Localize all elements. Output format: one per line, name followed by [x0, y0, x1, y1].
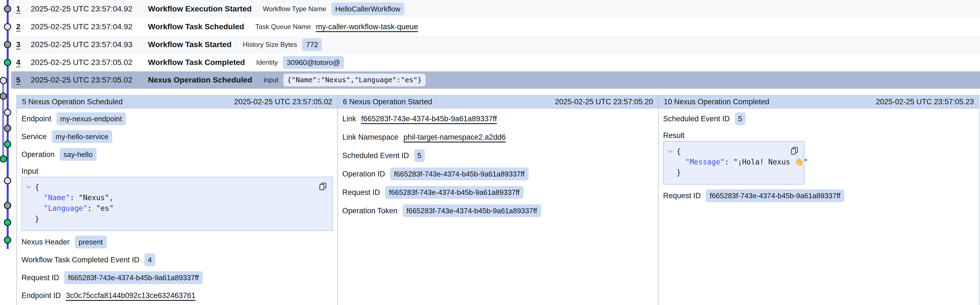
- json-text: ,: [109, 192, 114, 203]
- field-value-badge: my-hello-service: [52, 130, 112, 143]
- json-text: }: [35, 213, 39, 224]
- event-timestamp: 2025-02-25 UTC 23:57:05.02: [31, 58, 148, 67]
- field-label: Request ID: [342, 188, 380, 197]
- event-history-list: 1 2025-02-25 UTC 23:57:04.92 Workflow Ex…: [11, 0, 980, 88]
- event-detail-title: 10 Nexus Operation Completed: [663, 98, 769, 106]
- field-label: Link: [342, 115, 356, 123]
- json-key: "Name": [43, 192, 70, 203]
- timeline-event-dot-13: [4, 219, 11, 226]
- event-name: Nexus Operation Scheduled: [148, 76, 252, 84]
- event-attribute-badge: {"Name":"Nexus","Language":"es"}: [283, 74, 426, 87]
- event-detail-panel: 5 Nexus Operation Scheduled 2025-02-25 U…: [17, 95, 338, 305]
- json-key: "Message": [685, 157, 724, 167]
- field-label: Result: [663, 131, 685, 140]
- timeline-event-dot-5: [0, 77, 7, 84]
- field-value-link[interactable]: phil-target-namespace2.a2dd6: [403, 133, 506, 142]
- code-indent: [26, 213, 35, 224]
- timeline-event-dot-9: [4, 141, 11, 148]
- timeline-event-dot-6: [0, 93, 7, 100]
- json-text: {: [35, 182, 39, 192]
- event-number-link[interactable]: 2: [16, 22, 31, 31]
- field-label: Service: [22, 133, 47, 141]
- event-detail-title: 6 Nexus Operation Started: [343, 98, 432, 106]
- event-name: Workflow Execution Started: [148, 5, 251, 13]
- event-row[interactable]: 1 2025-02-25 UTC 23:57:04.92 Workflow Ex…: [11, 0, 980, 18]
- event-attribute-label: Input: [263, 76, 278, 84]
- timeline-event-dot-12: [4, 202, 11, 209]
- event-timestamp: 2025-02-25 UTC 23:57:05.02: [31, 76, 148, 84]
- field-label: Operation: [22, 150, 55, 159]
- chevron-down-icon[interactable]: [26, 182, 35, 192]
- field-label: Request ID: [663, 191, 701, 200]
- json-text: }: [676, 167, 681, 178]
- event-detail-panel: 6 Nexus Operation Started 2025-02-25 UTC…: [338, 95, 659, 305]
- event-timestamp: 2025-02-25 UTC 23:57:04.92: [31, 22, 148, 31]
- event-name: Workflow Task Completed: [148, 58, 245, 67]
- event-timestamp: 2025-02-25 UTC 23:57:04.92: [31, 5, 148, 13]
- event-attribute-badge: 30960@totoro@: [283, 56, 344, 69]
- field-label: Input: [22, 167, 38, 175]
- timeline-event-dot-8: [4, 125, 11, 132]
- event-number-link[interactable]: 4: [16, 58, 31, 67]
- event-attribute-badge: 772: [302, 38, 322, 51]
- event-number-link[interactable]: 1: [16, 5, 31, 13]
- event-row[interactable]: 5 2025-02-25 UTC 23:57:05.02 Nexus Opera…: [11, 71, 980, 88]
- field-value-link[interactable]: 3c0c75ccfa8144b092c13ce632463761: [66, 291, 196, 300]
- timeline-event-dot-11: [4, 177, 11, 184]
- field-label: Request ID: [22, 273, 59, 282]
- event-attribute-badge: HelloCallerWorkflow: [331, 3, 404, 15]
- event-attribute-label: Task Queue Name: [255, 23, 311, 31]
- event-row[interactable]: 3 2025-02-25 UTC 23:57:04.93 Workflow Ta…: [11, 36, 980, 54]
- event-group-detail: 5 Nexus Operation Scheduled 2025-02-25 U…: [16, 95, 980, 305]
- field-value-badge: present: [75, 235, 107, 248]
- event-row[interactable]: 2 2025-02-25 UTC 23:57:04.92 Workflow Ta…: [11, 18, 980, 36]
- payload-code-block: { "Name": "Nexus", "Language": "es"}: [22, 177, 333, 231]
- field-label: Workflow Task Completed Event ID: [22, 256, 139, 264]
- chevron-down-icon[interactable]: [668, 146, 676, 157]
- field-label: Operation Token: [342, 207, 398, 215]
- field-label: Scheduled Event ID: [342, 152, 409, 160]
- json-text: :: [724, 157, 733, 167]
- field-value-badge: 5: [414, 149, 425, 162]
- field-label: Endpoint ID: [22, 291, 61, 300]
- copy-icon[interactable]: [789, 145, 799, 157]
- event-attribute-label: History Size Bytes: [243, 41, 297, 49]
- timeline-event-dot-2: [4, 23, 11, 30]
- event-attribute-label: Workflow Type Name: [263, 5, 326, 13]
- field-value-link[interactable]: f665283f-743e-4374-b45b-9a61a89337ff: [361, 115, 497, 123]
- event-detail-timestamp: 2025-02-25 UTC 23:57:05.02: [234, 98, 332, 106]
- event-attribute-link[interactable]: my-caller-workflow-task-queue: [316, 22, 418, 31]
- field-value-badge: f665283f-743e-4374-b45b-9a61a89337ff: [64, 271, 203, 284]
- field-label: Link Namespace: [342, 133, 398, 142]
- event-number-link[interactable]: 3: [16, 40, 31, 49]
- json-text: :: [70, 192, 78, 203]
- field-value-badge: say-hello: [60, 148, 97, 161]
- event-detail-timestamp: 2025-02-25 UTC 23:57:05.23: [876, 98, 974, 106]
- event-row[interactable]: 4 2025-02-25 UTC 23:57:05.02 Workflow Ta…: [11, 54, 980, 71]
- timeline-event-dot-10: [0, 155, 7, 163]
- event-detail-header: 10 Nexus Operation Completed 2025-02-25 …: [659, 95, 979, 109]
- field-value-badge: f665283f-743e-4374-b45b-9a61a89337ff: [402, 204, 541, 217]
- field-value-badge: f665283f-743e-4374-b45b-9a61a89337ff: [390, 168, 528, 180]
- event-attribute-label: Identity: [256, 58, 277, 66]
- code-indent: [668, 157, 676, 167]
- field-value-badge: 5: [735, 112, 746, 125]
- event-number-link[interactable]: 5: [16, 76, 31, 84]
- timeline-event-dot-1: [4, 5, 11, 13]
- json-key: "Language": [43, 203, 88, 213]
- timeline-event-dot-3: [4, 41, 11, 48]
- event-detail-title: 5 Nexus Operation Scheduled: [22, 98, 123, 106]
- event-name: Workflow Task Scheduled: [148, 22, 244, 31]
- event-timestamp: 2025-02-25 UTC 23:57:04.93: [31, 40, 148, 49]
- event-name: Workflow Task Started: [148, 40, 231, 49]
- event-detail-header: 6 Nexus Operation Started 2025-02-25 UTC…: [338, 95, 658, 109]
- json-text: :: [88, 203, 96, 213]
- field-label: Nexus Header: [22, 238, 70, 247]
- json-text: "Nexus": [79, 192, 110, 203]
- copy-icon[interactable]: [318, 181, 328, 192]
- event-detail-header: 5 Nexus Operation Scheduled 2025-02-25 U…: [17, 95, 337, 109]
- field-label: Operation ID: [342, 170, 385, 179]
- json-text: {: [676, 146, 681, 157]
- field-label: Scheduled Event ID: [663, 115, 730, 123]
- field-value-badge: my-nexus-endpoint: [56, 112, 126, 125]
